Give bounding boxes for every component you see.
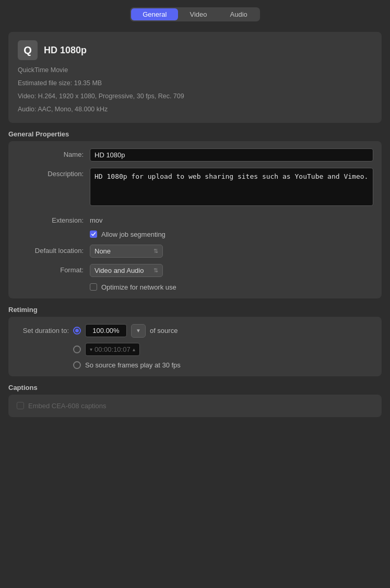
retiming-panel: Set duration to: ▼ of source ▾ 00:00:10:…	[8, 317, 382, 376]
extension-value: mov	[90, 214, 373, 224]
allow-job-segmenting-checkbox[interactable]	[90, 230, 97, 238]
preset-file-size: Estimated file size: 19.35 MB	[18, 78, 372, 88]
chevron-up-icon: ▴	[133, 347, 135, 352]
optimize-checkbox[interactable]	[90, 283, 97, 291]
format-chevron-icon: ⇅	[153, 267, 158, 274]
preset-header: Q HD 1080p	[18, 40, 372, 60]
captions-embed-row: Embed CEA-608 captions	[17, 402, 373, 410]
radio-percent[interactable]	[73, 327, 81, 335]
default-location-value: None	[94, 247, 111, 255]
extension-row: Extension: mov	[17, 214, 373, 224]
set-duration-label: Set duration to:	[23, 327, 69, 335]
preset-icon: Q	[18, 40, 38, 60]
tab-audio[interactable]: Audio	[219, 8, 259, 20]
allow-job-segmenting-row: Allow job segmenting	[90, 230, 373, 238]
chevron-left-icon: ▾	[90, 347, 92, 352]
preset-title: HD 1080p	[44, 45, 87, 56]
tab-video[interactable]: Video	[178, 8, 218, 20]
format-label: Format:	[17, 264, 90, 274]
retiming-section-label: Retiming	[8, 306, 382, 314]
optimize-label: Optimize for network use	[101, 283, 176, 291]
name-input[interactable]	[90, 148, 373, 162]
default-location-control: None ⇅	[90, 245, 373, 258]
of-source-label: of source	[150, 327, 178, 335]
duration-value-input[interactable]	[85, 324, 127, 337]
default-location-label: Default location:	[17, 245, 90, 255]
description-input[interactable]: HD 1080p for upload to web sharing sites…	[90, 168, 373, 206]
preset-format: QuickTime Movie	[18, 65, 372, 75]
description-row: Description: HD 1080p for upload to web …	[17, 168, 373, 208]
retiming-label-container: Set duration to:	[17, 327, 69, 335]
timecode-value: 00:00:10:07	[94, 345, 131, 353]
embed-captions-label: Embed CEA-608 captions	[28, 402, 107, 410]
name-row: Name:	[17, 148, 373, 162]
timecode-control[interactable]: ▾ 00:00:10:07 ▴	[85, 343, 140, 356]
embed-captions-checkbox	[17, 402, 24, 409]
name-label: Name:	[17, 148, 90, 158]
description-label: Description:	[17, 168, 90, 178]
tab-group: General Video Audio	[130, 7, 260, 21]
tab-general[interactable]: General	[131, 8, 178, 20]
format-row: Format: Video and Audio ⇅	[17, 264, 373, 277]
format-select[interactable]: Video and Audio ⇅	[90, 264, 163, 277]
format-control: Video and Audio ⇅	[90, 264, 373, 277]
radio-timecode[interactable]	[73, 345, 81, 353]
fps-label: So source frames play at 30 fps	[85, 361, 181, 369]
extension-control: mov	[90, 214, 373, 224]
default-location-select[interactable]: None ⇅	[90, 245, 163, 258]
preset-video-info: Video: H.264, 1920 x 1080, Progressive, …	[18, 91, 372, 101]
preset-info-card: Q HD 1080p QuickTime Movie Estimated fil…	[8, 32, 382, 123]
captions-section-label: Captions	[8, 384, 382, 391]
captions-panel: Embed CEA-608 captions	[8, 395, 382, 417]
name-control	[90, 148, 373, 162]
allow-job-segmenting-label: Allow job segmenting	[101, 230, 166, 238]
chevron-down-icon: ▼	[136, 328, 141, 333]
retiming-percent-row: Set duration to: ▼ of source	[17, 324, 373, 338]
extension-label: Extension:	[17, 214, 90, 224]
format-value: Video and Audio	[94, 267, 144, 274]
retiming-fps-row: So source frames play at 30 fps	[17, 361, 373, 369]
retiming-timecode-row: ▾ 00:00:10:07 ▴	[17, 343, 373, 356]
optimize-row: Optimize for network use	[90, 283, 373, 291]
preset-audio-info: Audio: AAC, Mono, 48.000 kHz	[18, 104, 372, 114]
general-properties-panel: Name: Description: HD 1080p for upload t…	[8, 141, 382, 298]
default-location-chevron-icon: ⇅	[153, 248, 158, 255]
duration-unit-select[interactable]: ▼	[131, 324, 146, 338]
default-location-row: Default location: None ⇅	[17, 245, 373, 258]
radio-fps[interactable]	[73, 361, 81, 369]
general-properties-label: General Properties	[8, 130, 382, 138]
tab-bar: General Video Audio	[0, 0, 390, 28]
description-control: HD 1080p for upload to web sharing sites…	[90, 168, 373, 208]
